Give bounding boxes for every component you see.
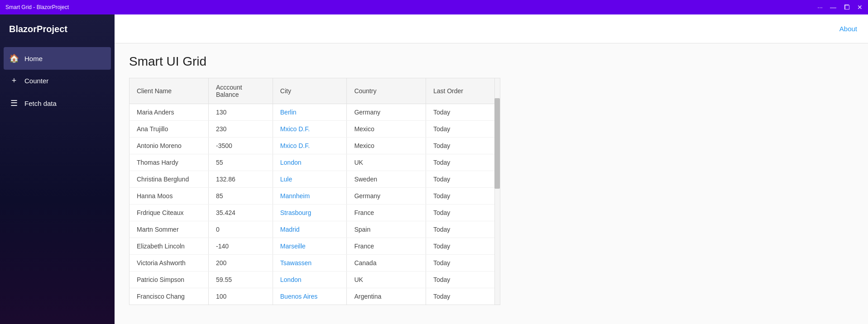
more-options-icon[interactable]: ··· [817,4,823,11]
title-bar-controls: ··· — ⧠ ✕ [817,4,863,11]
cell-country: Mexico [347,121,426,138]
about-link[interactable]: About [839,25,857,33]
cell-lastorder: Today [426,188,500,205]
table-row: Martn Sommer 0 Madrid Spain Today [129,221,500,238]
cell-country: France [347,238,426,255]
cell-balance: 200 [209,255,273,272]
table-row: Francisco Chang 100 Buenos Aires Argenti… [129,288,500,305]
content-area: Smart UI Grid Client Name Acccount Balan… [115,43,868,324]
sidebar-item-counter-label: Counter [24,77,48,85]
cell-balance: -3500 [209,138,273,154]
cell-name: Martn Sommer [129,221,209,238]
cell-name: Antonio Moreno [129,138,209,154]
cell-lastorder: Today [426,138,500,154]
cell-balance: 132.86 [209,171,273,188]
app-title: Smart Grid - BlazorProject [5,4,69,10]
cell-balance: 230 [209,121,273,138]
cell-lastorder: Today [426,104,500,121]
cell-balance: 130 [209,104,273,121]
cell-city: Mxico D.F. [273,138,347,154]
cell-country: Germany [347,104,426,121]
cell-lastorder: Today [426,205,500,221]
table-row: Maria Anders 130 Berlin Germany Today [129,104,500,121]
main-content: About Smart UI Grid Client Name Acccount… [115,14,868,324]
sidebar-item-home-label: Home [24,55,43,62]
cell-name: Hanna Moos [129,188,209,205]
cell-name: Victoria Ashworth [129,255,209,272]
title-bar-left: Smart Grid - BlazorProject [5,4,69,10]
cell-balance: 0 [209,221,273,238]
title-bar: Smart Grid - BlazorProject ··· — ⧠ ✕ [0,0,868,14]
cell-lastorder: Today [426,238,500,255]
maximize-icon[interactable]: ⧠ [844,4,850,11]
cell-balance: 35.424 [209,205,273,221]
cell-name: Frdrique Citeaux [129,205,209,221]
table-row: Christina Berglund 132.86 Lule Sweden To… [129,171,500,188]
col-header-lastorder: Last Order [426,78,500,104]
cell-country: Germany [347,188,426,205]
cell-lastorder: Today [426,171,500,188]
cell-name: Elizabeth Lincoln [129,238,209,255]
cell-lastorder: Today [426,154,500,171]
top-bar: About [115,14,868,43]
cell-city: Buenos Aires [273,288,347,305]
cell-lastorder: Today [426,221,500,238]
col-header-balance: Acccount Balance [209,78,273,104]
table-row: Patricio Simpson 59.55 London UK Today [129,272,500,288]
cell-balance: 55 [209,154,273,171]
cell-balance: 85 [209,188,273,205]
table-row: Victoria Ashworth 200 Tsawassen Canada T… [129,255,500,272]
minimize-icon[interactable]: — [830,4,836,11]
page-title: Smart UI Grid [129,54,854,69]
cell-city: Mannheim [273,188,347,205]
cell-country: Mexico [347,138,426,154]
cell-name: Ana Trujillo [129,121,209,138]
col-header-country: Country [347,78,426,104]
table-row: Elizabeth Lincoln -140 Marseille France … [129,238,500,255]
table-row: Ana Trujillo 230 Mxico D.F. Mexico Today [129,121,500,138]
cell-name: Thomas Hardy [129,154,209,171]
cell-country: Sweden [347,171,426,188]
cell-balance: -140 [209,238,273,255]
cell-city: London [273,154,347,171]
cell-name: Maria Anders [129,104,209,121]
cell-city: London [273,272,347,288]
sidebar-item-home[interactable]: 🏠 Home [4,47,111,70]
cell-city: Mxico D.F. [273,121,347,138]
cell-name: Patricio Simpson [129,272,209,288]
data-grid: Client Name Acccount Balance City Countr… [129,78,500,305]
cell-city: Madrid [273,221,347,238]
cell-country: France [347,205,426,221]
cell-balance: 59.55 [209,272,273,288]
close-icon[interactable]: ✕ [857,4,863,11]
table-header-row: Client Name Acccount Balance City Countr… [129,78,500,104]
cell-country: Argentina [347,288,426,305]
home-icon: 🏠 [9,53,19,63]
plus-icon: + [9,76,19,86]
scrollbar-thumb[interactable] [494,98,500,189]
cell-city: Marseille [273,238,347,255]
col-header-city: City [273,78,347,104]
cell-lastorder: Today [426,121,500,138]
table-row: Frdrique Citeaux 35.424 Strasbourg Franc… [129,205,500,221]
sidebar: BlazorProject 🏠 Home + Counter ☰ Fetch d… [0,14,115,324]
cell-country: UK [347,154,426,171]
col-header-name: Client Name [129,78,209,104]
sidebar-item-counter[interactable]: + Counter [0,70,115,92]
cell-country: UK [347,272,426,288]
sidebar-item-fetch-data-label: Fetch data [24,100,57,107]
sidebar-brand: BlazorProject [0,14,115,43]
cell-name: Christina Berglund [129,171,209,188]
cell-city: Tsawassen [273,255,347,272]
app-container: BlazorProject 🏠 Home + Counter ☰ Fetch d… [0,14,868,324]
table-row: Hanna Moos 85 Mannheim Germany Today [129,188,500,205]
cell-lastorder: Today [426,255,500,272]
scrollbar[interactable] [494,78,500,305]
sidebar-item-fetch-data[interactable]: ☰ Fetch data [0,92,115,114]
cell-lastorder: Today [426,272,500,288]
list-icon: ☰ [9,98,19,108]
cell-city: Strasbourg [273,205,347,221]
cell-name: Francisco Chang [129,288,209,305]
table-row: Thomas Hardy 55 London UK Today [129,154,500,171]
cell-lastorder: Today [426,288,500,305]
